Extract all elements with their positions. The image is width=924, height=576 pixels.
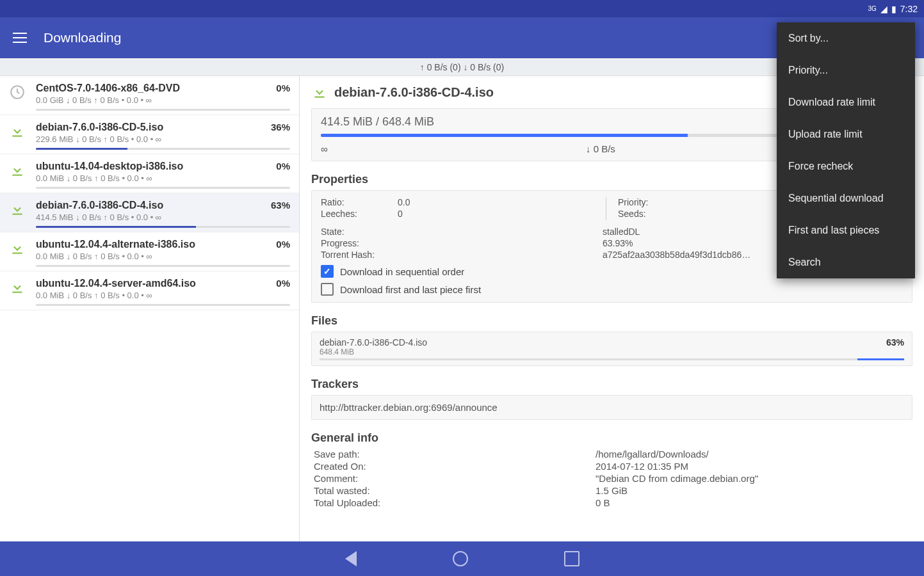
torrent-percent: 0% xyxy=(276,83,290,93)
seeds-label: Seeds: xyxy=(618,209,695,219)
general-info-row: Save path:/home/lgallard/Downloads/ xyxy=(311,449,912,460)
android-statusbar: 3G ◢ ▮ 7:32 xyxy=(0,0,924,17)
torrent-percent: 0% xyxy=(276,278,290,289)
page-title: Downloading xyxy=(44,30,121,45)
torrent-item[interactable]: ubuntu-12.04.4-server-amd64.iso0%0.0 MiB… xyxy=(0,271,299,310)
torrent-item[interactable]: ubuntu-14.04-desktop-i386.iso0%0.0 MiB ↓… xyxy=(0,154,299,193)
signal-indicator: 3G xyxy=(868,5,876,12)
trackers-heading: Trackers xyxy=(311,378,912,391)
menu-item[interactable]: Upload rate limit xyxy=(777,118,915,150)
svg-rect-1 xyxy=(12,136,22,137)
torrent-progress-bar xyxy=(36,304,290,306)
file-percent: 63% xyxy=(886,337,904,348)
eta-text: ∞ xyxy=(321,143,328,154)
svg-rect-2 xyxy=(12,175,22,176)
nav-back-button[interactable] xyxy=(345,551,357,566)
torrent-percent: 63% xyxy=(271,200,290,211)
torrent-name: CentOS-7.0-1406-x86_64-DVD xyxy=(36,83,180,94)
torrent-item[interactable]: debian-7.6.0-i386-CD-5.iso36%229.6 MiB ↓… xyxy=(0,115,299,154)
general-info-row: Created On:2014-07-12 01:35 PM xyxy=(311,461,912,472)
general-info-value: "Debian CD from cdimage.debian.org" xyxy=(596,473,758,484)
general-info-value: 1.5 GiB xyxy=(596,485,628,496)
general-info-label: Created On: xyxy=(314,461,596,472)
menu-item[interactable]: Search xyxy=(777,246,915,278)
torrent-item[interactable]: debian-7.6.0-i386-CD-4.iso63%414.5 MiB ↓… xyxy=(0,193,299,232)
torrent-list[interactable]: CentOS-7.0-1406-x86_64-DVD0%0.0 GiB ↓ 0 … xyxy=(0,76,300,541)
torrent-info: 229.6 MiB ↓ 0 B/s ↑ 0 B/s • 0.0 • ∞ xyxy=(36,134,290,144)
torrent-info: 0.0 GiB ↓ 0 B/s ↑ 0 B/s • 0.0 • ∞ xyxy=(36,95,290,105)
clock-text: 7:32 xyxy=(900,4,918,14)
svg-rect-3 xyxy=(12,214,22,215)
torrent-info: 0.0 MiB ↓ 0 B/s ↑ 0 B/s • 0.0 • ∞ xyxy=(36,291,290,300)
download-icon xyxy=(9,279,28,298)
general-info-value: 0 B xyxy=(596,497,610,508)
general-info-label: Total wasted: xyxy=(314,485,596,496)
general-info-heading: General info xyxy=(311,431,912,445)
leeches-label: Leeches: xyxy=(321,209,398,219)
torrent-progress-bar xyxy=(36,265,290,267)
sequential-checkbox[interactable] xyxy=(321,265,334,278)
menu-item[interactable]: Force recheck xyxy=(777,150,915,182)
menu-item[interactable]: First and last pieces xyxy=(777,214,915,246)
torrent-name: ubuntu-12.04.4-alternate-i386.iso xyxy=(36,239,195,250)
progress-label: Progress: xyxy=(321,238,398,248)
general-info-label: Comment: xyxy=(314,473,596,484)
torrent-progress-bar xyxy=(36,148,290,150)
svg-rect-4 xyxy=(12,253,22,254)
download-icon xyxy=(9,123,28,142)
menu-item[interactable]: Sequential download xyxy=(777,182,915,214)
hash-label: Torrent Hash: xyxy=(321,250,398,260)
android-navbar xyxy=(0,541,924,576)
clock-icon xyxy=(9,84,28,103)
leeches-value: 0 xyxy=(398,209,606,219)
torrent-name: ubuntu-12.04.4-server-amd64.iso xyxy=(36,278,196,289)
signal-icon: ◢ xyxy=(880,4,888,14)
svg-rect-5 xyxy=(12,292,22,293)
general-info-row: Total Uploaded:0 B xyxy=(311,497,912,508)
torrent-name: debian-7.6.0-i386-CD-4.iso xyxy=(36,200,163,211)
tracker-item[interactable]: http://bttracker.debian.org:6969/announc… xyxy=(311,395,912,420)
torrent-percent: 36% xyxy=(271,122,290,132)
menu-item[interactable]: Download rate limit xyxy=(777,86,915,118)
menu-item[interactable]: Sort by... xyxy=(777,22,915,54)
files-heading: Files xyxy=(311,314,912,328)
download-icon xyxy=(311,84,328,100)
priority-label: Priority: xyxy=(618,197,695,207)
menu-item[interactable]: Priority... xyxy=(777,54,915,86)
ratio-label: Ratio: xyxy=(321,197,398,207)
hash-value: a725af2aa3038b58da49f3d1dcb86… xyxy=(603,250,750,260)
general-info-label: Save path: xyxy=(314,449,596,460)
down-speed: ↓ 0 B/s xyxy=(586,143,615,154)
torrent-name: debian-7.6.0-i386-CD-5.iso xyxy=(36,122,163,133)
file-size: 648.4 MiB xyxy=(320,348,904,356)
firstlast-checkbox-row[interactable]: Download first and last piece first xyxy=(321,283,903,296)
torrent-name: ubuntu-14.04-desktop-i386.iso xyxy=(36,161,183,172)
battery-icon: ▮ xyxy=(891,4,896,14)
ratio-value: 0.0 xyxy=(398,197,606,207)
torrent-info: 0.0 MiB ↓ 0 B/s ↑ 0 B/s • 0.0 • ∞ xyxy=(36,173,290,183)
state-label: State: xyxy=(321,227,398,237)
torrent-item[interactable]: ubuntu-12.04.4-alternate-i386.iso0%0.0 M… xyxy=(0,232,299,271)
torrent-percent: 0% xyxy=(276,239,290,250)
sequential-label: Download in sequential order xyxy=(340,266,464,277)
hamburger-menu-button[interactable] xyxy=(13,29,31,47)
detail-title: debian-7.6.0-i386-CD-4.iso xyxy=(334,85,494,100)
overflow-menu[interactable]: Sort by...Priority...Download rate limit… xyxy=(777,22,915,278)
general-info-list: Save path:/home/lgallard/Downloads/Creat… xyxy=(311,449,912,508)
general-info-value: /home/lgallard/Downloads/ xyxy=(596,449,709,460)
general-info-label: Total Uploaded: xyxy=(314,497,596,508)
download-icon xyxy=(9,201,28,220)
torrent-progress-bar xyxy=(36,226,290,228)
nav-home-button[interactable] xyxy=(453,551,468,566)
firstlast-checkbox[interactable] xyxy=(321,283,334,296)
state-value: stalledDL xyxy=(603,227,640,237)
general-info-value: 2014-07-12 01:35 PM xyxy=(596,461,688,472)
torrent-progress-bar xyxy=(36,109,290,111)
file-name: debian-7.6.0-i386-CD-4.iso xyxy=(320,337,427,348)
nav-recent-button[interactable] xyxy=(564,551,580,566)
file-item[interactable]: debian-7.6.0-i386-CD-4.iso 63% 648.4 MiB xyxy=(311,332,912,366)
torrent-item[interactable]: CentOS-7.0-1406-x86_64-DVD0%0.0 GiB ↓ 0 … xyxy=(0,76,299,115)
torrent-info: 0.0 MiB ↓ 0 B/s ↑ 0 B/s • 0.0 • ∞ xyxy=(36,252,290,261)
general-info-row: Comment:"Debian CD from cdimage.debian.o… xyxy=(311,473,912,484)
general-info-row: Total wasted:1.5 GiB xyxy=(311,485,912,496)
